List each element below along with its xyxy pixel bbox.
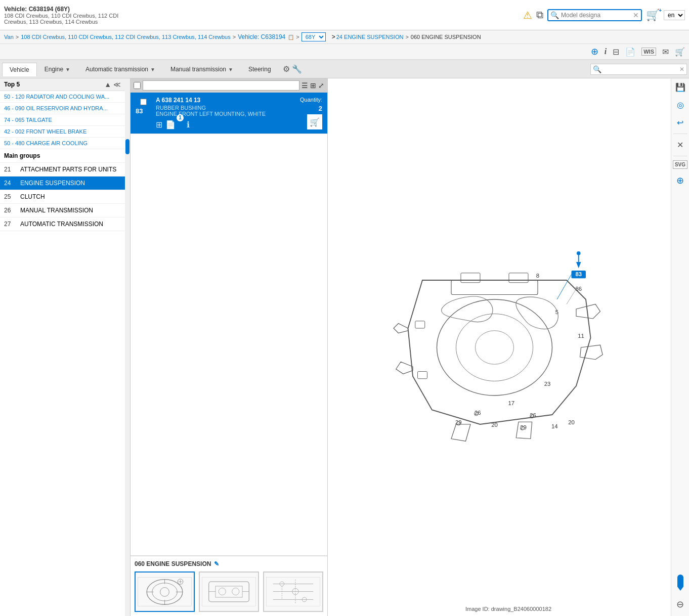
grid-view-icon[interactable]: ⊞ xyxy=(310,81,316,90)
expand-view-icon[interactable]: ⤢ xyxy=(318,81,324,90)
breadcrumb-models[interactable]: 108 CDI Crewbus, 110 CDI Crewbus, 112 CD… xyxy=(21,34,231,40)
blue-pin-tip xyxy=(677,587,683,591)
parts-item-code: A 638 241 14 13 xyxy=(156,97,295,104)
breadcrumb-vehicle[interactable]: Vehicle: C638194 📋 xyxy=(238,33,294,40)
svg-text:26: 26 xyxy=(530,412,536,418)
breadcrumb-group1[interactable]: 24 ENGINE SUSPENSION xyxy=(336,34,404,40)
top5-item-5[interactable]: 50 - 480 CHARGE AIR COOLING xyxy=(0,138,125,149)
mail-icon[interactable]: ✉ xyxy=(662,47,669,57)
parts-info-icon[interactable]: ℹ xyxy=(187,120,190,129)
top5-close-btn[interactable]: ≪ xyxy=(113,80,121,89)
crosshair-icon[interactable]: ✕ xyxy=(675,138,685,152)
top5-item-2[interactable]: 46 - 090 OIL RESERVOIR AND HYDRA... xyxy=(0,103,125,114)
engine-diagram-svg: 83 86 8 5 11 23 17 26 26 20 xyxy=(333,251,666,444)
breadcrumb-van[interactable]: Van xyxy=(4,34,14,40)
toolbar-separator-1 xyxy=(673,134,687,134)
cart-icon[interactable]: 🛒 xyxy=(646,9,660,21)
save-icon[interactable]: 💾 xyxy=(673,80,687,94)
edit-icon[interactable]: ✎ xyxy=(214,560,219,567)
cart-container: 🛒 + xyxy=(646,9,660,22)
parts-item-type: RUBBER BUSHING xyxy=(156,105,295,111)
copy-icon[interactable]: ⧉ xyxy=(536,9,543,21)
history-icon[interactable]: ↩ xyxy=(675,116,685,129)
quantity-label: Quantity: xyxy=(300,97,322,103)
sidebar-scrollbar xyxy=(125,78,130,616)
nav-search-input[interactable] xyxy=(604,66,679,73)
nav-tab-icons: ⚙ 🔧 xyxy=(283,64,302,74)
parts-grid-icon[interactable]: ⊞ xyxy=(156,120,162,129)
center-panel: ☰ ⊞ ⤢ 83 A 638 241 14 13 RUBBER BUSHING … xyxy=(131,78,328,616)
group-list: 21 ATTACHMENT PARTS FOR UNITS 24 ENGINE … xyxy=(0,163,125,616)
group-item-25[interactable]: 25 CLUTCH xyxy=(0,190,125,204)
tab-manual-trans[interactable]: Manual transmission ▼ xyxy=(163,62,241,76)
sidebar: Top 5 ▲ ≪ 50 - 120 RADIATOR AND COOLING … xyxy=(0,78,131,616)
blue-pin[interactable] xyxy=(677,575,683,587)
wis-icon[interactable]: WIS xyxy=(641,48,656,56)
top5-item-1[interactable]: 50 - 120 RADIATOR AND COOLING WA... xyxy=(0,91,125,103)
parts-badge: 1 xyxy=(177,114,184,121)
group-item-21[interactable]: 21 ATTACHMENT PARTS FOR UNITS xyxy=(0,163,125,177)
document-icon[interactable]: 📄 xyxy=(625,47,635,57)
tab-auto-trans[interactable]: Automatic transmission ▼ xyxy=(78,62,163,76)
nav-search-clear-icon[interactable]: ✕ xyxy=(679,66,684,73)
thumbnail-3[interactable] xyxy=(263,571,323,612)
top5-title: Top 5 xyxy=(4,81,20,88)
zoom-in-diagram-icon[interactable]: ⊕ xyxy=(674,173,686,188)
settings-icon[interactable]: ⚙ xyxy=(283,64,290,74)
tab-engine[interactable]: Engine ▼ xyxy=(37,62,78,76)
group-item-26[interactable]: 26 MANUAL TRANSMISSION xyxy=(0,204,125,217)
svg-text:23: 23 xyxy=(544,381,551,387)
cart-toolbar-icon[interactable]: 🛒 xyxy=(675,47,685,57)
zoom-out-diagram-icon[interactable]: ⊖ xyxy=(674,597,686,612)
svg-text:14: 14 xyxy=(551,423,558,429)
svg-icon[interactable]: SVG xyxy=(673,160,687,169)
top-search-input[interactable] xyxy=(561,12,632,19)
toolbar-icons: ⊕ i ⊟ 📄 WIS ✉ 🛒 xyxy=(0,44,689,60)
filter-icon[interactable]: ⊟ xyxy=(613,47,619,57)
main-layout: Top 5 ▲ ≪ 50 - 120 RADIATOR AND COOLING … xyxy=(0,78,689,616)
info-icon[interactable]: i xyxy=(605,47,607,56)
scroll-indicator[interactable] xyxy=(125,139,130,154)
warning-icon[interactable]: ⚠ xyxy=(523,9,532,21)
nav-search-icon: 🔍 xyxy=(593,65,601,73)
svg-point-14 xyxy=(219,588,226,595)
language-select[interactable]: en de fr xyxy=(664,10,685,20)
group-item-27[interactable]: 27 AUTOMATIC TRANSMISSION xyxy=(0,217,125,231)
add-to-cart-button[interactable]: 🛒 xyxy=(307,114,322,129)
svg-text:29: 29 xyxy=(455,419,462,425)
thumbnails xyxy=(135,571,323,612)
nav-search-area: 🔍 ✕ xyxy=(590,64,687,75)
group-item-24[interactable]: 24 ENGINE SUSPENSION xyxy=(0,177,125,190)
svg-text:17: 17 xyxy=(508,400,514,406)
parts-search-input[interactable] xyxy=(143,80,299,91)
tools-icon[interactable]: 🔧 xyxy=(292,64,302,74)
diagram-image-area: 83 86 8 5 11 23 17 26 26 20 xyxy=(328,78,671,616)
parts-item-checkbox[interactable] xyxy=(140,99,147,105)
top5-collapse-btn[interactable]: ▲ xyxy=(104,80,111,89)
tab-vehicle[interactable]: Vehicle xyxy=(2,63,37,76)
engine-dropdown-arrow: ▼ xyxy=(65,67,70,72)
parts-doc-icon[interactable]: 📄 xyxy=(165,120,176,129)
main-groups-header: Main groups xyxy=(0,149,125,163)
search-clear-icon[interactable]: ✕ xyxy=(633,11,639,19)
svg-point-15 xyxy=(232,588,239,595)
auto-trans-dropdown-arrow: ▼ xyxy=(150,67,155,72)
thumbnail-1[interactable] xyxy=(135,571,195,612)
vehicle-copy-icon[interactable]: 📋 xyxy=(288,34,294,40)
bottom-section-center: 060 ENGINE SUSPENSION ✎ xyxy=(131,555,327,616)
parts-select-all[interactable] xyxy=(134,82,141,89)
thumbnail-2[interactable] xyxy=(199,571,259,612)
vehicle-model-line1: 108 CDI Crewbus, 110 CDI Crewbus, 112 CD… xyxy=(4,13,523,19)
top5-item-3[interactable]: 74 - 065 TAILGATE xyxy=(0,114,125,126)
version-select[interactable]: 68Y xyxy=(302,32,326,41)
target-icon[interactable]: ◎ xyxy=(675,98,686,112)
top5-header: Top 5 ▲ ≪ xyxy=(0,78,125,91)
list-view-icon[interactable]: ☰ xyxy=(302,81,308,90)
zoom-in-icon[interactable]: ⊕ xyxy=(591,46,598,57)
svg-text:83: 83 xyxy=(575,271,582,277)
svg-text:11: 11 xyxy=(578,333,584,339)
top5-item-4[interactable]: 42 - 002 FRONT WHEEL BRAKE xyxy=(0,126,125,138)
diagram-toolbar: 💾 ◎ ↩ ✕ SVG ⊕ ⊖ xyxy=(671,78,689,616)
tab-steering[interactable]: Steering xyxy=(241,62,279,76)
blue-pin-container xyxy=(677,575,683,591)
